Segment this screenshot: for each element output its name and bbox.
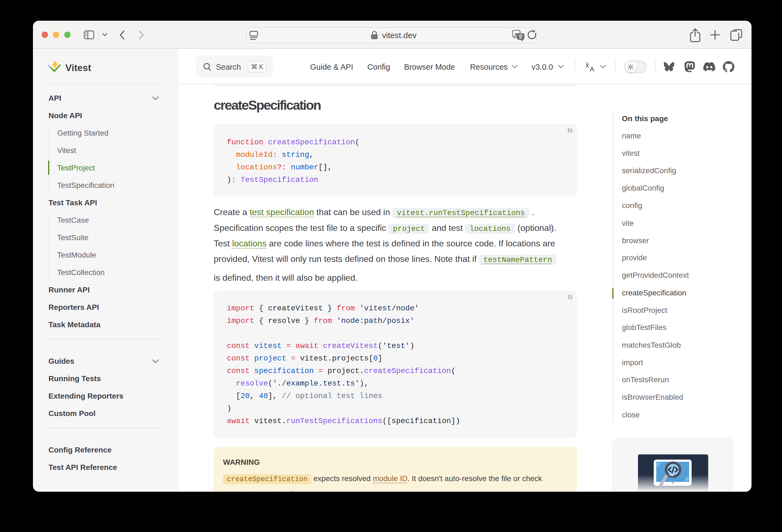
svg-text:A: A — [590, 65, 594, 72]
svg-text:x̄: x̄ — [586, 62, 589, 69]
